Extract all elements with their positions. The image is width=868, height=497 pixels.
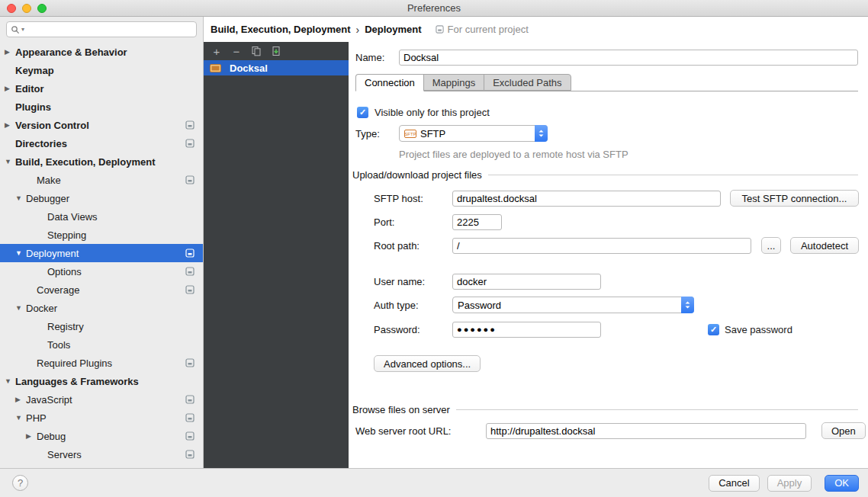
sidebar-item-debugger[interactable]: ▼ Debugger (0, 189, 203, 207)
sidebar-item-build-execution-deployment[interactable]: ▼ Build, Execution, Deployment (0, 152, 203, 171)
sidebar-item-required-plugins[interactable]: Required Plugins (0, 354, 203, 372)
scope-label: For current project (448, 24, 529, 35)
sidebar-item-php[interactable]: ▼ PHP (0, 409, 203, 427)
sidebar-item-keymap[interactable]: Keymap (0, 61, 203, 79)
chevron-right-icon[interactable]: ▶ (15, 390, 26, 409)
cancel-button[interactable]: Cancel (709, 475, 759, 492)
shared-settings-icon (185, 450, 194, 459)
breadcrumb-parent[interactable]: Build, Execution, Deployment (211, 24, 350, 35)
server-settings-form: Name: Connection Mappings Excluded Paths… (349, 42, 868, 468)
root-path-input[interactable] (452, 238, 751, 254)
sidebar-item-javascript[interactable]: ▶ JavaScript (0, 390, 203, 409)
help-icon: ? (18, 477, 23, 489)
password-label: Password: (374, 324, 452, 335)
shared-settings-icon (185, 413, 194, 422)
sidebar-item-editor[interactable]: ▶ Editor (0, 79, 203, 98)
dropdown-arrows-icon[interactable] (681, 297, 694, 313)
sidebar-item-registry[interactable]: Registry (0, 317, 203, 335)
sidebar-item-make[interactable]: Make (0, 171, 203, 189)
titlebar: Preferences (0, 0, 868, 17)
apply-button[interactable]: Apply (767, 475, 812, 492)
server-list-panel: + − Docksal (204, 42, 349, 468)
paste-server-button[interactable] (270, 46, 282, 56)
port-row: Port: (374, 213, 502, 230)
chevron-right-icon[interactable]: ▶ (5, 116, 15, 134)
ok-button[interactable]: OK (825, 475, 859, 492)
shared-settings-icon (185, 120, 194, 130)
sidebar-item-stepping[interactable]: Stepping (0, 226, 203, 244)
tab-connection[interactable]: Connection (355, 74, 424, 91)
sidebar-item-deployment[interactable]: ▼ Deployment (0, 244, 203, 262)
save-password-checkbox[interactable]: ✓ (708, 324, 719, 335)
visible-only-label: Visible only for this project (375, 107, 490, 118)
chevron-down-icon[interactable]: ▼ (15, 244, 26, 262)
type-select[interactable]: SFTP SFTP (399, 125, 548, 142)
user-name-input[interactable] (452, 274, 601, 290)
sidebar-item-plugins[interactable]: Plugins (0, 98, 203, 116)
sidebar-item-coverage[interactable]: Coverage (0, 281, 203, 299)
chevron-down-icon[interactable]: ▼ (15, 409, 26, 427)
user-name-row: User name: (374, 273, 601, 290)
sidebar-item-options[interactable]: Options (0, 262, 203, 281)
sidebar-item-directories[interactable]: Directories (0, 134, 203, 152)
advanced-options-button[interactable]: Advanced options... (374, 355, 481, 372)
password-input[interactable] (452, 322, 601, 338)
sftp-server-icon (210, 64, 221, 72)
shared-settings-icon (185, 358, 194, 367)
add-server-button[interactable]: + (211, 46, 223, 57)
browse-root-path-button[interactable]: ... (761, 237, 781, 254)
sidebar-item-docker[interactable]: ▼ Docker (0, 299, 203, 317)
tab-excluded-paths[interactable]: Excluded Paths (484, 74, 571, 91)
sidebar-item-languages-frameworks[interactable]: ▼ Languages & Frameworks (0, 372, 203, 390)
shared-settings-icon (185, 431, 194, 441)
port-input[interactable] (452, 214, 502, 230)
autodetect-button[interactable]: Autodetect (790, 237, 859, 254)
tab-mappings[interactable]: Mappings (423, 74, 484, 91)
minimize-window-button[interactable] (22, 4, 31, 13)
open-button[interactable]: Open (821, 422, 866, 439)
chevron-right-icon[interactable]: ▶ (5, 43, 15, 61)
sftp-host-input[interactable] (452, 191, 721, 207)
zoom-window-button[interactable] (37, 4, 47, 13)
chevron-right-icon[interactable]: ▶ (5, 79, 15, 98)
search-history-chevron-icon[interactable]: ▾ (21, 27, 24, 33)
shared-settings-icon (185, 285, 194, 294)
server-list-toolbar: + − (204, 42, 349, 60)
window-title: Preferences (407, 2, 461, 14)
chevron-down-icon[interactable]: ▼ (5, 152, 15, 171)
test-sftp-connection-button[interactable]: Test SFTP connection... (730, 190, 859, 207)
breadcrumb: Build, Execution, Deployment › Deploymen… (204, 17, 868, 42)
dropdown-arrows-icon[interactable] (535, 125, 548, 142)
server-list-item-docksal[interactable]: Docksal (204, 60, 349, 75)
chevron-down-icon[interactable]: ▼ (15, 299, 26, 317)
chevron-right-icon[interactable]: ▶ (26, 427, 37, 445)
sidebar-item-php-debug[interactable]: ▶ Debug (0, 427, 203, 445)
chevron-down-icon[interactable]: ▼ (15, 189, 26, 207)
tab-connection-label: Connection (365, 77, 415, 88)
close-window-button[interactable] (7, 4, 16, 13)
sidebar-item-tools[interactable]: Tools (0, 335, 203, 354)
help-button[interactable]: ? (12, 475, 28, 491)
section-browse-label: Browse files on server (352, 404, 450, 415)
copy-server-button[interactable] (250, 46, 262, 56)
name-input[interactable] (399, 50, 858, 66)
remove-server-button[interactable]: − (230, 46, 243, 57)
sidebar-item-appearance-behavior[interactable]: ▶ Appearance & Behavior (0, 43, 203, 61)
search-icon (11, 25, 20, 34)
chevron-down-icon[interactable]: ▼ (5, 372, 15, 390)
visible-only-checkbox[interactable]: ✓ (357, 107, 368, 118)
web-root-input[interactable] (486, 423, 806, 439)
tab-mappings-label: Mappings (432, 77, 475, 88)
breadcrumb-separator-icon: › (355, 24, 359, 36)
shared-settings-icon (185, 175, 194, 184)
sidebar-item-servers[interactable]: Servers (0, 445, 203, 463)
search-input[interactable]: ▾ (6, 21, 197, 37)
auth-type-select[interactable]: Password (452, 297, 694, 313)
visible-only-row: ✓ Visible only for this project (357, 104, 490, 120)
shared-settings-icon (185, 395, 194, 404)
current-project-icon (436, 25, 444, 34)
sidebar-item-data-views[interactable]: Data Views (0, 207, 203, 226)
section-browse: Browse files on server (352, 402, 858, 416)
sidebar-item-version-control[interactable]: ▶ Version Control (0, 116, 203, 134)
right-region: Build, Execution, Deployment › Deploymen… (204, 17, 868, 468)
